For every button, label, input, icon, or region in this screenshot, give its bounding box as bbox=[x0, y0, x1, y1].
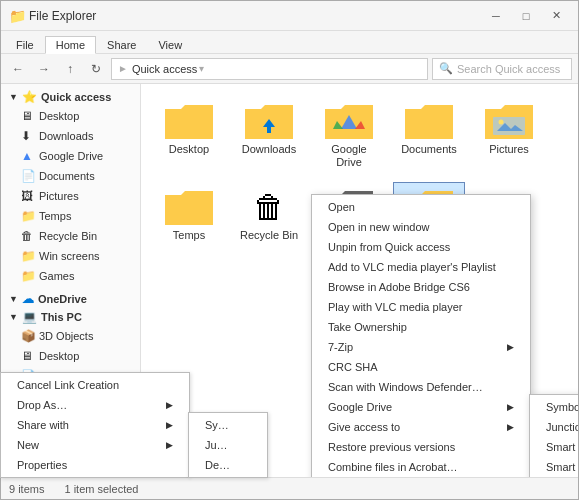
this-pc-icon: 💻 bbox=[22, 310, 37, 324]
sidebar-label-documents: Documents bbox=[39, 170, 95, 182]
sidebar-section-quick-access[interactable]: ▼ ⭐ Quick access bbox=[1, 88, 140, 106]
win-screenshots-icon: 📁 bbox=[21, 249, 35, 263]
sidebar-item-pc-desktop[interactable]: 🖥 Desktop bbox=[1, 346, 140, 366]
pc-desktop-icon: 🖥 bbox=[21, 349, 35, 363]
ctx-item-restore-versions[interactable]: Restore previous versions bbox=[312, 437, 530, 457]
quick-access-icon: ⭐ bbox=[22, 90, 37, 104]
temps-icon: 📁 bbox=[21, 209, 35, 223]
file-item-desktop[interactable]: Desktop bbox=[153, 96, 225, 174]
sidebar-section-onedrive[interactable]: ▼ ☁ OneDrive bbox=[1, 290, 140, 308]
bottom-ctx-drop-as[interactable]: Drop As…▶ bbox=[1, 395, 189, 415]
sidebar-label-downloads: Downloads bbox=[39, 130, 93, 142]
submenu-item-junction[interactable]: Junction bbox=[530, 417, 578, 437]
close-button[interactable]: ✕ bbox=[542, 6, 570, 26]
file-label-documents: Documents bbox=[401, 143, 457, 156]
ctx-item-windows-defender[interactable]: Scan with Windows Defender… bbox=[312, 377, 530, 397]
refresh-button[interactable]: ↻ bbox=[85, 58, 107, 80]
recycle-bin-icon-large: 🗑 bbox=[245, 187, 293, 227]
bottom-ctx-cancel-link[interactable]: Cancel Link Creation bbox=[1, 375, 189, 395]
ctx-item-vlc-play[interactable]: Play with VLC media player bbox=[312, 297, 530, 317]
bottom-sub-ju[interactable]: Ju… bbox=[189, 435, 267, 455]
sidebar-label-win-screenshots: Win screens bbox=[39, 250, 100, 262]
ctx-item-crc-sha[interactable]: CRC SHA bbox=[312, 357, 530, 377]
sidebar-item-desktop[interactable]: 🖥 Desktop bbox=[1, 106, 140, 126]
sidebar-item-pictures[interactable]: 🖼 Pictures bbox=[1, 186, 140, 206]
tab-view[interactable]: View bbox=[147, 36, 193, 53]
bottom-context-menu: Cancel Link Creation Drop As…▶ Share wit… bbox=[0, 372, 190, 478]
svg-rect-11 bbox=[405, 111, 453, 139]
tab-home[interactable]: Home bbox=[45, 36, 96, 54]
tab-file[interactable]: File bbox=[5, 36, 45, 53]
bottom-ctx-new-arrow: ▶ bbox=[166, 440, 173, 450]
bottom-ctx-share-with[interactable]: Share with▶ bbox=[1, 415, 189, 435]
title-controls: ─ □ ✕ bbox=[482, 6, 570, 26]
submenu-item-smart-copy[interactable]: Smart Copy bbox=[530, 437, 578, 457]
minimize-button[interactable]: ─ bbox=[482, 6, 510, 26]
bottom-ctx-drop-as-arrow: ▶ bbox=[166, 400, 173, 410]
context-menu: Open Open in new window Unpin from Quick… bbox=[311, 194, 531, 477]
status-bar: 9 items 1 item selected bbox=[1, 477, 578, 499]
selected-count: 1 item selected bbox=[64, 483, 138, 495]
file-item-google-drive[interactable]: Google Drive bbox=[313, 96, 385, 174]
onedrive-label: OneDrive bbox=[38, 293, 87, 305]
address-input[interactable]: ► Quick access ▾ bbox=[111, 58, 428, 80]
sidebar-label-3d-objects: 3D Objects bbox=[39, 330, 93, 342]
quick-access-chevron: ▼ bbox=[9, 92, 18, 102]
ctx-item-vlc-playlist[interactable]: Add to VLC media player's Playlist bbox=[312, 257, 530, 277]
sidebar-item-recycle-bin[interactable]: 🗑 Recycle Bin bbox=[1, 226, 140, 246]
search-box[interactable]: 🔍 Search Quick access bbox=[432, 58, 572, 80]
ctx-item-adobe-bridge[interactable]: Browse in Adobe Bridge CS6 bbox=[312, 277, 530, 297]
sidebar-label-games: Games bbox=[39, 270, 74, 282]
up-button[interactable]: ↑ bbox=[59, 58, 81, 80]
ribbon: File Home Share View bbox=[1, 31, 578, 54]
window-title: File Explorer bbox=[29, 9, 96, 23]
back-button[interactable]: ← bbox=[7, 58, 29, 80]
file-item-temps[interactable]: Temps bbox=[153, 182, 225, 260]
sidebar-label-pictures: Pictures bbox=[39, 190, 79, 202]
bottom-sub-sy[interactable]: Sy… bbox=[189, 415, 267, 435]
pictures-icon: 🖼 bbox=[21, 189, 35, 203]
sidebar-label-desktop: Desktop bbox=[39, 110, 79, 122]
bottom-ctx-new[interactable]: New▶ bbox=[1, 435, 189, 455]
sidebar-item-games[interactable]: 📁 Games bbox=[1, 266, 140, 286]
file-item-downloads[interactable]: Downloads bbox=[233, 96, 305, 174]
ctx-item-give-access[interactable]: Give access to▶ bbox=[312, 417, 530, 437]
folder-icon-documents bbox=[405, 101, 453, 141]
ctx-item-take-ownership[interactable]: Take Ownership bbox=[312, 317, 530, 337]
folder-icon-desktop bbox=[165, 101, 213, 141]
file-label-google-drive: Google Drive bbox=[318, 143, 380, 169]
breadcrumb-icon: ► bbox=[118, 63, 128, 74]
sidebar-item-win-screenshots[interactable]: 📁 Win screens bbox=[1, 246, 140, 266]
file-item-recycle-bin[interactable]: 🗑 Recycle Bin bbox=[233, 182, 305, 260]
items-count: 9 items bbox=[9, 483, 44, 495]
ctx-item-open-new-window[interactable]: Open in new window bbox=[312, 217, 530, 237]
downloads-icon: ⬇ bbox=[21, 129, 35, 143]
bottom-sub-de[interactable]: De… bbox=[189, 455, 267, 475]
sidebar-item-downloads[interactable]: ⬇ Downloads bbox=[1, 126, 140, 146]
quick-access-label: Quick access bbox=[41, 91, 111, 103]
ctx-item-unpin[interactable]: Unpin from Quick access bbox=[312, 237, 530, 257]
submenu-item-smart-mirror[interactable]: Smart Mirror bbox=[530, 457, 578, 477]
submenu-item-symbolic-link[interactable]: Symbolic Link bbox=[530, 397, 578, 417]
ctx-item-combine-acrobat[interactable]: Combine files in Acrobat… bbox=[312, 457, 530, 477]
sidebar-item-google-drive[interactable]: ▲ Google Drive bbox=[1, 146, 140, 166]
sidebar-item-temps[interactable]: 📁 Temps bbox=[1, 206, 140, 226]
ctx-item-google-drive[interactable]: Google Drive▶ bbox=[312, 397, 530, 417]
file-item-pictures[interactable]: Pictures bbox=[473, 96, 545, 174]
bottom-ctx-properties[interactable]: Properties bbox=[1, 455, 189, 475]
ctx-arrow-google-drive: ▶ bbox=[507, 402, 514, 412]
tab-share[interactable]: Share bbox=[96, 36, 147, 53]
folder-icon-google-drive bbox=[325, 101, 373, 141]
ctx-item-open[interactable]: Open bbox=[312, 197, 530, 217]
address-path: Quick access bbox=[132, 63, 197, 75]
file-item-documents[interactable]: Documents bbox=[393, 96, 465, 174]
google-drive-icon: ▲ bbox=[21, 149, 35, 163]
sidebar-item-3d-objects[interactable]: 📦 3D Objects bbox=[1, 326, 140, 346]
sidebar-item-documents[interactable]: 📄 Documents bbox=[1, 166, 140, 186]
sidebar-label-pc-desktop: Desktop bbox=[39, 350, 79, 362]
maximize-button[interactable]: □ bbox=[512, 6, 540, 26]
forward-button[interactable]: → bbox=[33, 58, 55, 80]
sidebar-section-this-pc[interactable]: ▼ 💻 This PC bbox=[1, 308, 140, 326]
ctx-item-7zip[interactable]: 7-Zip▶ bbox=[312, 337, 530, 357]
file-label-desktop: Desktop bbox=[169, 143, 209, 156]
